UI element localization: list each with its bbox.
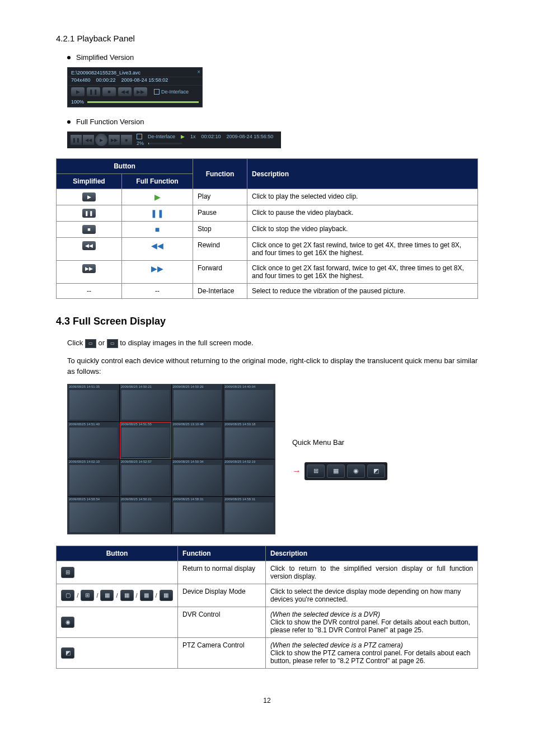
th-button: Button xyxy=(57,546,178,561)
ptz-control-icon: ◩ xyxy=(61,647,74,659)
camera-tile: 2009/08/25 14:58:31 xyxy=(172,497,223,534)
quick-menu-bar: ⊞ ▦ ◉ ◩ xyxy=(305,462,387,480)
simp-forward-button[interactable]: ▶▶ xyxy=(134,87,147,96)
full-time: 00:02:10 xyxy=(202,134,221,139)
cell-description: Click to pause the video playback. xyxy=(247,205,478,222)
display-mode-9-icon: ▦ xyxy=(120,590,134,601)
qm-return-icon[interactable]: ⊞ xyxy=(307,464,325,478)
dvr-control-icon: ◉ xyxy=(61,617,74,628)
fullscreen-alt-icon: ▭ xyxy=(107,339,118,348)
simp-filename: E:\20090824155238_Live3.avc xyxy=(68,68,202,77)
table-row: ◀◀ ◀◀ Rewind Click once to get 2X fast r… xyxy=(57,238,478,261)
display-mode-1-icon: ▢ xyxy=(61,590,74,601)
cell-function: DVR Control xyxy=(178,607,266,637)
table-row: ⊞ Return to normal display Click to retu… xyxy=(57,561,478,584)
qb-ptz-icon[interactable]: ◩ xyxy=(158,449,168,457)
cell-function: Return to normal display xyxy=(178,561,266,584)
cell-function: PTZ Camera Control xyxy=(178,637,266,668)
simp-stop-button[interactable]: ■ xyxy=(102,87,116,96)
camera-grid: 2009/08/25 14:51:35 2009/08/25 14:50:21 … xyxy=(67,384,275,534)
cell-dash: -- xyxy=(57,284,122,299)
return-display-icon: ⊞ xyxy=(61,567,74,578)
simp-play-button[interactable]: ▶ xyxy=(71,87,85,96)
table-row: ■ ■ Stop Click to stop the video playbac… xyxy=(57,222,478,238)
table-row: ◉ DVR Control (When the selected device … xyxy=(57,607,478,637)
checkbox-icon xyxy=(154,89,160,95)
simp-pause-button[interactable]: ❚❚ xyxy=(87,87,100,96)
table-row: ▢/ ⊞/ ▦/ ▦/ ▦/ ▦ Device Display Mode Cli… xyxy=(57,584,478,607)
text: or xyxy=(98,339,106,347)
play-icon: ▶ xyxy=(154,192,161,201)
cell-description: Select to reduce the vibration of the pa… xyxy=(247,284,478,299)
full-rewind-button[interactable]: ◀◀ xyxy=(83,135,94,145)
table-row: ▶ ▶ Play Click to play the selected vide… xyxy=(57,189,478,205)
cell-description: Click once to get 2X fast rewind, twice … xyxy=(247,238,478,261)
desc-text: Click to show the DVR control panel. For… xyxy=(270,618,470,634)
checkbox-icon xyxy=(137,134,142,139)
display-mode-6-icon: ▦ xyxy=(100,590,114,601)
simp-progress-fill xyxy=(87,101,199,103)
simp-datetime: 2009-08-24 15:58:02 xyxy=(121,77,168,83)
bullet-simplified: Simplified Version xyxy=(67,53,478,62)
display-mode-13-icon: ▦ xyxy=(140,590,153,601)
th-button: Button xyxy=(57,159,193,174)
simp-deinterlace-checkbox[interactable]: De-Interlace xyxy=(154,89,189,95)
table-row: ◩ PTZ Camera Control (When the selected … xyxy=(57,637,478,668)
qb-return-icon[interactable]: ⊞ xyxy=(122,449,133,457)
fullscreen-grid-screenshot: 2009/08/25 14:51:35 2009/08/25 14:50:21 … xyxy=(67,384,478,534)
camera-tile: 2009/08/25 14:50:34 xyxy=(172,459,223,496)
text: Click xyxy=(67,339,85,347)
qb-display-icon[interactable]: ▦ xyxy=(134,449,144,457)
qb-dvr-icon[interactable]: ◉ xyxy=(146,449,157,457)
camera-tile: 2009/08/25 14:52:57 xyxy=(120,459,171,496)
pause-icon: ❚❚ xyxy=(151,209,164,218)
close-icon[interactable]: × xyxy=(197,69,200,75)
display-mode-4-icon: ⊞ xyxy=(81,590,94,601)
cell-function: De-Interlace xyxy=(193,284,247,299)
th-fullfunc: Full Function xyxy=(122,174,193,189)
camera-tile-active: 2009/08/25 14:51:55 ⊞ ▦ ◉ ◩ xyxy=(120,422,171,459)
cell-description: (When the selected device is a DVR) Clic… xyxy=(266,607,478,637)
fullscreen-icon: ▭ xyxy=(85,339,96,348)
qm-dvr-icon[interactable]: ◉ xyxy=(347,464,365,478)
simp-rewind-button[interactable]: ◀◀ xyxy=(118,87,132,96)
full-stop-button[interactable]: ■ xyxy=(121,135,132,145)
simp-elapsed: 00:00:22 xyxy=(96,77,116,83)
cell-function: Forward xyxy=(193,261,247,284)
qm-ptz-icon[interactable]: ◩ xyxy=(367,464,385,478)
cell-function: Stop xyxy=(193,222,247,238)
arrow-icon: → xyxy=(292,466,301,476)
full-pause-button[interactable]: ❚❚ xyxy=(71,135,82,145)
simplified-playback-panel: × E:\20090824155238_Live3.avc 704x480 00… xyxy=(67,67,478,107)
camera-tile: 2009/08/25 14:40:04 xyxy=(223,384,275,421)
full-play-button[interactable]: ▶ xyxy=(95,134,107,146)
quick-menu-buttons-table: Button Function Description ⊞ Return to … xyxy=(56,546,478,669)
qm-display-icon[interactable]: ▦ xyxy=(327,464,345,478)
full-progress-track[interactable] xyxy=(148,143,182,144)
para-quick-menu: To quickly control each device without r… xyxy=(67,355,478,377)
table-row: ❚❚ ❚❚ Pause Click to pause the video pla… xyxy=(57,205,478,222)
th-simplified: Simplified xyxy=(57,174,122,189)
bullet-simplified-label: Simplified Version xyxy=(76,53,134,62)
cell-description: Click to select the device display mode … xyxy=(266,584,478,607)
cell-description: Click to play the selected video clip. xyxy=(247,189,478,205)
camera-tile: 2009/08/25 14:51:40 xyxy=(68,422,119,459)
rewind-icon: ◀◀ xyxy=(82,241,96,250)
cell-function: Play xyxy=(193,189,247,205)
simp-progress-track[interactable] xyxy=(87,101,199,103)
forward-icon: ▶▶ xyxy=(151,264,163,273)
camera-tile: 2009/08/25 14:51:35 xyxy=(68,384,119,421)
simp-deinterlace-label: De-Interlace xyxy=(161,89,189,95)
bullet-fullfunc: Full Function Version xyxy=(67,118,478,126)
cell-function: Device Display Mode xyxy=(178,584,266,607)
simp-resolution: 704x480 xyxy=(71,77,91,83)
th-function: Function xyxy=(178,546,266,561)
bullet-dot-icon xyxy=(67,56,71,59)
stop-icon: ■ xyxy=(155,225,160,234)
cell-function: Rewind xyxy=(193,238,247,261)
full-deinterlace-label: De-Interlace xyxy=(148,134,175,139)
full-datetime: 2009-08-24 15:56:50 xyxy=(227,134,274,139)
full-forward-button[interactable]: ▶▶ xyxy=(109,135,120,145)
para-click-fullscreen: Click ▭ or ▭ to display images in the fu… xyxy=(67,337,478,349)
camera-tile: 2009/08/25 14:52:19 xyxy=(223,459,275,496)
